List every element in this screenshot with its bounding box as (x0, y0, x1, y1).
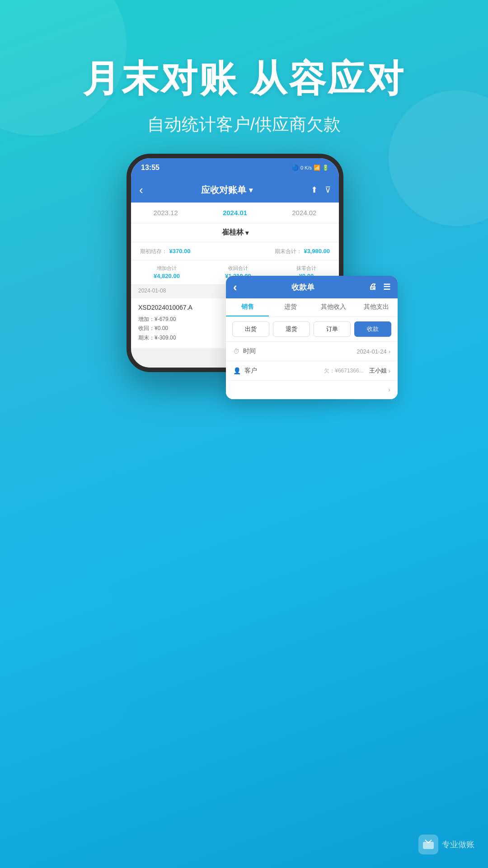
arrow-icon-2: › (389, 368, 390, 374)
customer-name: 崔桂林 ▾ (222, 228, 249, 237)
fc-header: ‹ 收款单 🖨 ☰ (226, 276, 398, 298)
fc-field-customer-left: 👤 客户 (233, 367, 257, 375)
fc-btn-return[interactable]: 退货 (273, 321, 310, 337)
header-title: 应收对账单 (201, 184, 246, 196)
stat-increase: 增加合计 ¥4,820.00 (154, 265, 180, 280)
date-tab-3[interactable]: 2024.02 (292, 209, 316, 217)
fc-print-icon[interactable]: 🖨 (369, 282, 377, 292)
opening-balance: 期初结存： ¥370.00 (140, 247, 190, 255)
fc-field-customer-right: 欠：¥6671366... 王小姐 › (324, 367, 390, 375)
record-id: XSD2024010067.A (138, 304, 192, 312)
arrow-icon-3: › (388, 386, 390, 393)
closing-balance: 期末合计： ¥3,980.00 (275, 247, 330, 255)
back-icon[interactable]: ‹ (139, 183, 143, 197)
fc-btn-order[interactable]: 订单 (314, 321, 351, 337)
fc-tab-other-out[interactable]: 其他支出 (355, 298, 398, 316)
fc-title: 收款单 (291, 282, 314, 292)
hero-subtitle: 自动统计客户/供应商欠款 (0, 113, 488, 136)
filter-icon[interactable]: ⊽ (325, 185, 331, 195)
fc-back-icon[interactable]: ‹ (233, 280, 237, 294)
fc-field-time[interactable]: ⏱ 时间 2024-01-24 › (226, 342, 398, 361)
status-icons: 🔵 0 K/s 📶 🔋 (292, 165, 329, 171)
header-action-icons: ⬆ ⊽ (311, 185, 331, 195)
fc-btn-delivery[interactable]: 出货 (232, 321, 269, 337)
watermark-text: 专业做账 (442, 839, 474, 850)
watermark: 专业做账 (418, 835, 474, 854)
app-header: ‹ 应收对账单 ▾ ⬆ ⊽ (131, 177, 339, 203)
dropdown-icon[interactable]: ▾ (249, 186, 253, 194)
fc-tabs: 销售 进货 其他收入 其他支出 (226, 298, 398, 317)
customer-dropdown-icon[interactable]: ▾ (245, 229, 249, 236)
fc-field-extra[interactable]: › (226, 381, 398, 399)
fc-tab-purchase[interactable]: 进货 (269, 298, 312, 316)
watermark-logo-svg (422, 838, 435, 851)
date-tab-2[interactable]: 2024.01 (223, 209, 247, 217)
phone-area: 13:55 🔵 0 K/s 📶 🔋 ‹ 应收对账单 ▾ ⬆ ⊽ 2023.12 … (127, 154, 361, 372)
watermark-icon (418, 835, 438, 854)
fc-tab-other-in[interactable]: 其他收入 (312, 298, 355, 316)
date-tabs: 2023.12 2024.01 2024.02 (131, 203, 339, 223)
clock-icon: ⏱ (233, 348, 239, 355)
status-bar: 13:55 🔵 0 K/s 📶 🔋 (131, 158, 339, 177)
fc-field-customer[interactable]: 👤 客户 欠：¥6671366... 王小姐 › (226, 361, 398, 381)
floating-card: ‹ 收款单 🖨 ☰ 销售 进货 其他收入 其他支出 出货 退货 订单 收款 ⏱ … (226, 276, 398, 399)
fc-btn-collect[interactable]: 收款 (354, 321, 391, 337)
fc-header-icons: 🖨 ☰ (369, 282, 390, 292)
status-time: 13:55 (141, 164, 160, 172)
fc-buttons: 出货 退货 订单 收款 (226, 317, 398, 342)
header-title-area: 应收对账单 ▾ (201, 184, 253, 196)
fc-field-time-left: ⏱ 时间 (233, 347, 256, 355)
arrow-icon: › (389, 348, 390, 355)
date-tab-1[interactable]: 2023.12 (154, 209, 178, 217)
customer-row[interactable]: 崔桂林 ▾ (131, 223, 339, 242)
fc-field-time-right: 2024-01-24 › (357, 348, 390, 355)
fc-tab-sale[interactable]: 销售 (226, 298, 269, 316)
summary-row: 期初结存： ¥370.00 期末合计： ¥3,980.00 (131, 242, 339, 260)
share-icon[interactable]: ⬆ (311, 185, 318, 195)
person-icon: 👤 (233, 367, 241, 374)
fc-detail-icon[interactable]: ☰ (383, 282, 390, 292)
